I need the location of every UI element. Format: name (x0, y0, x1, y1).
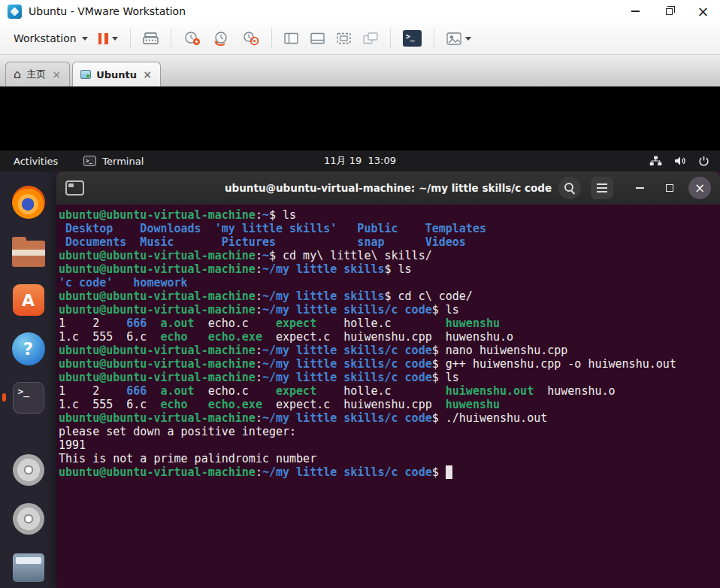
terminal-search-button[interactable] (558, 177, 581, 199)
thumbnail-bar-icon (310, 32, 325, 44)
terminal-line: ubuntu@ubuntu-virtual-machine:~/my littl… (59, 344, 718, 357)
terminal-header[interactable]: ubuntu@ubuntu-virtual-machine: ~/my litt… (56, 171, 720, 205)
focused-app-label: Terminal (102, 156, 144, 167)
terminal-line: ubuntu@ubuntu-virtual-machine:~/my littl… (59, 357, 718, 371)
power-icon (698, 156, 709, 167)
terminal-output[interactable]: ubuntu@ubuntu-virtual-machine:~$ ls Desk… (56, 205, 720, 588)
workstation-label: Workstation (14, 32, 77, 44)
terminal-close-button[interactable] (688, 177, 711, 199)
workstation-menu[interactable]: Workstation (6, 29, 95, 47)
firefox-icon (12, 186, 45, 219)
disc-icon (13, 454, 44, 486)
terminal-line: ubuntu@ubuntu-virtual-machine:~/my littl… (59, 465, 718, 479)
tab-close-button[interactable] (51, 69, 62, 80)
terminal-app-icon (83, 156, 96, 166)
dock-item-firefox[interactable] (0, 185, 56, 220)
maximize-icon (666, 184, 673, 192)
terminal-line: 'c code' homework (59, 276, 718, 289)
power-button[interactable] (98, 33, 118, 44)
dock-item-disc-2[interactable] (0, 502, 56, 536)
dock-item-terminal[interactable] (0, 380, 56, 415)
terminal-line: 1 2 666 a.out echo.c expect holle.c huiw… (59, 384, 718, 398)
tab-ubuntu[interactable]: Ubuntu (72, 62, 161, 86)
search-icon (564, 183, 575, 193)
terminal-line: Documents Music Pictures snap Videos (59, 235, 718, 249)
files-folder-icon (12, 241, 45, 267)
terminal-line: ubuntu@ubuntu-virtual-machine:~/my littl… (59, 411, 718, 425)
terminal-line: 1.c 555 6.c echo echo.exe expect.c huiwe… (59, 330, 718, 344)
vmware-toolbar: Workstation (0, 23, 720, 55)
terminal-title: ubuntu@ubuntu-virtual-machine: ~/my litt… (225, 182, 552, 194)
terminal-menu-button[interactable] (591, 177, 613, 199)
dock-item-drive[interactable] (0, 550, 56, 585)
window-title: Ubuntu - VMware Workstation (29, 5, 186, 17)
tab-home[interactable]: 主页 (5, 62, 70, 86)
terminal-line: ubuntu@ubuntu-virtual-machine:~$ cd my\ … (59, 249, 718, 262)
dock-item-files[interactable] (0, 234, 56, 268)
show-library-button[interactable] (284, 32, 298, 44)
snapshot-manager-button[interactable] (242, 31, 259, 46)
dock-item-ubuntu-software[interactable] (0, 283, 56, 317)
terminal-line: 1.c 555 6.c echo echo.exe expect.c huiwe… (59, 398, 718, 411)
take-snapshot-icon (183, 31, 201, 46)
minimize-button[interactable] (619, 0, 652, 23)
hamburger-icon (597, 183, 607, 185)
minimize-icon (631, 11, 640, 12)
restore-icon (666, 8, 673, 15)
terminal-icon (13, 382, 44, 414)
capture-screen-button[interactable] (446, 32, 471, 45)
library-panel-icon (284, 32, 298, 44)
dock (0, 171, 56, 588)
network-icon (649, 156, 662, 166)
terminal-line: ubuntu@ubuntu-virtual-machine:~$ ls (59, 208, 718, 222)
keyboard-icon (143, 32, 159, 45)
system-status-area[interactable] (649, 156, 720, 167)
close-button[interactable] (686, 0, 720, 23)
terminal-line: 1991 (59, 438, 718, 452)
vmware-window: Ubuntu - VMware Workstation Workstation (0, 0, 720, 588)
help-icon (12, 332, 45, 365)
vm-screen-letterbox (0, 86, 720, 150)
focused-app-menu[interactable]: Terminal (71, 150, 156, 171)
fullscreen-icon (337, 32, 351, 44)
ubuntu-software-icon (13, 284, 44, 316)
volume-icon (674, 156, 686, 166)
vmware-titlebar: Ubuntu - VMware Workstation (0, 0, 720, 23)
revert-snapshot-icon (213, 31, 230, 46)
revert-snapshot-button[interactable] (213, 31, 230, 46)
capture-screen-icon (446, 32, 461, 45)
show-thumbnail-bar-button[interactable] (310, 32, 325, 44)
terminal-line: Desktop Downloads 'my little skills' Pub… (59, 222, 718, 235)
vm-screen-icon (80, 70, 91, 79)
terminal-maximize-button[interactable] (658, 177, 681, 199)
toolbar-divider (390, 29, 391, 48)
console-view-button[interactable] (403, 30, 422, 47)
fullscreen-button[interactable] (337, 32, 351, 44)
minimize-icon (636, 187, 644, 189)
unity-button[interactable] (363, 32, 378, 44)
terminal-window-icon[interactable] (65, 180, 84, 195)
activities-button[interactable]: Activities (0, 150, 71, 171)
take-snapshot-button[interactable] (183, 31, 201, 46)
restore-button[interactable] (652, 0, 686, 23)
terminal-minimize-button[interactable] (628, 177, 651, 199)
ctrl-alt-del-button[interactable] (143, 32, 159, 45)
vmware-logo-icon (8, 5, 22, 19)
tab-label: 主页 (26, 68, 46, 81)
toolbar-divider (171, 29, 171, 48)
home-icon (14, 68, 21, 80)
toolbar-divider (271, 29, 272, 48)
toolbar-divider (130, 29, 131, 48)
snapshot-manager-icon (242, 31, 259, 46)
terminal-line: ubuntu@ubuntu-virtual-machine:~/my littl… (59, 289, 718, 303)
terminal-window: ubuntu@ubuntu-virtual-machine: ~/my litt… (56, 171, 720, 588)
activities-label: Activities (14, 156, 58, 167)
tab-label: Ubuntu (96, 69, 137, 80)
console-terminal-icon (403, 30, 422, 47)
dock-item-disc-1[interactable] (0, 453, 56, 487)
terminal-line: please set down a positive integer: (59, 425, 718, 438)
tab-close-button[interactable] (142, 69, 153, 80)
dock-item-help[interactable] (0, 332, 56, 366)
terminal-line: This is not a prime palindromic number (59, 452, 718, 465)
topbar-clock[interactable]: 11月 19 13:09 (324, 154, 396, 168)
